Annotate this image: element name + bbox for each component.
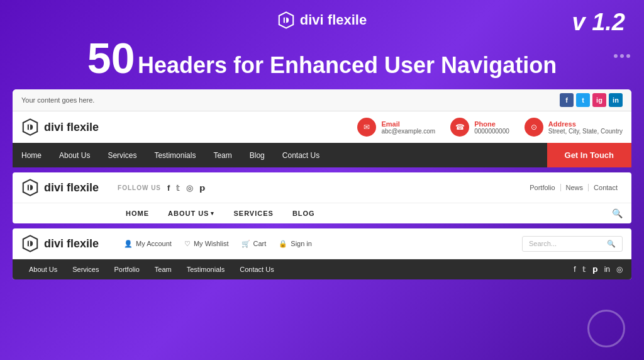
card3-mid-links: 👤 My Account ♡ My Wishlist 🛒 Cart 🔒 Sign… [124,240,312,248]
my-account-link[interactable]: 👤 My Account [124,240,172,248]
nav-services[interactable]: Services [99,143,145,167]
svg-rect-1 [285,18,286,23]
search-icon[interactable]: 🔍 [612,208,623,218]
card3-nav-contact[interactable]: Contact Us [232,259,281,279]
headline-section: 50 Headers for Enhanced User Navigation [0,34,644,89]
contact-link[interactable]: Contact [588,184,623,191]
decorative-circle [587,310,625,347]
nav-blog[interactable]: Blog [241,143,274,167]
follow-facebook-icon[interactable]: f [167,183,170,193]
account-icon: 👤 [124,240,133,248]
card2-nav-blog[interactable]: BLOG [292,207,315,220]
card1-topbar: Your content goes here. f t ig in [13,89,631,111]
nav-team[interactable]: Team [204,143,240,167]
card1-logo: divi flexile [21,118,99,136]
phone-label: Phone [474,120,509,128]
phone-value: 0000000000 [474,128,509,135]
card2-top-right-links: Portfolio News Contact [525,184,623,191]
card3-nav-testimonials[interactable]: Testimonials [179,259,233,279]
header-card-3: divi flexile 👤 My Account ♡ My Wishlist … [13,228,631,279]
brand-logo: divi flexile [277,11,367,29]
nav-contact[interactable]: Contact Us [274,143,328,167]
card2-nav-home[interactable]: HOME [126,207,149,220]
card2-brand-name: divi flexile [44,181,99,194]
address-label: Address [548,120,623,128]
email-icon: ✉ [357,118,376,137]
account-label: My Account [136,240,172,247]
instagram-icon[interactable]: ig [592,93,606,107]
header-card-1: Your content goes here. f t ig in divi f… [13,89,631,167]
search-box[interactable]: Search... 🔍 [522,236,623,252]
twitter-icon[interactable]: t [576,93,590,107]
cart-link[interactable]: 🛒 Cart [242,240,267,248]
facebook-icon[interactable]: f [560,93,574,107]
svg-rect-7 [29,241,30,246]
email-value: abc@example.com [381,128,435,135]
card1-info-bar: divi flexile ✉ Email abc@example.com ☎ P… [13,111,631,143]
search-icon: 🔍 [607,240,616,248]
news-link[interactable]: News [560,184,589,191]
lock-icon: 🔒 [279,240,287,248]
card3-nav-team[interactable]: Team [147,259,179,279]
brand-name: divi flexile [300,12,367,28]
nav-home[interactable]: Home [13,143,50,167]
version-badge: v 1.2 [572,9,625,36]
contact-address: ⊙ Address Street, City, State, Country [525,118,623,137]
nav-testimonials[interactable]: Testimonials [145,143,204,167]
topbar-text: Your content goes here. [21,96,94,104]
card3-nav-services[interactable]: Services [65,259,106,279]
card3-nav-about[interactable]: About Us [21,259,65,279]
card1-logo-icon [21,118,39,136]
cards-area: Your content goes here. f t ig in divi f… [0,89,644,279]
headline-text: Headers for Enhanced User Navigation [138,52,557,78]
my-wishlist-link[interactable]: ♡ My Wishlist [184,240,229,248]
card2-nav-services[interactable]: SERVICES [233,207,273,220]
cart-icon: 🛒 [242,240,250,248]
card3-top: divi flexile 👤 My Account ♡ My Wishlist … [13,228,631,259]
search-placeholder: Search... [529,240,557,247]
headline-number: 50 [87,34,135,82]
card3-bottom-nav: About Us Services Portfolio Team Testimo… [13,259,631,279]
follow-pinterest-icon[interactable]: 𝗽 [199,183,205,193]
card3-twitter-icon[interactable]: 𝕥 [582,265,586,274]
card3-facebook-icon[interactable]: f [574,265,575,274]
follow-instagram-icon[interactable]: ◎ [186,183,193,193]
header-card-2: divi flexile FOLLOW US f 𝕥 ◎ 𝗽 Portfolio… [13,172,631,223]
card3-linkedin-icon[interactable]: in [604,265,610,274]
card2-logo-icon [21,179,39,196]
sign-in-link[interactable]: 🔒 Sign in [279,240,312,248]
address-value: Street, City, State, Country [548,128,623,135]
cart-label: Cart [253,240,267,247]
card1-navbar: Home About Us Services Testimonials Team… [13,143,631,167]
card1-contact-items: ✉ Email abc@example.com ☎ Phone 00000000… [357,118,623,137]
portfolio-link[interactable]: Portfolio [525,184,560,191]
linkedin-icon[interactable]: in [609,93,623,107]
top-header: divi flexile v 1.2 [0,0,644,34]
wishlist-label: My Wishlist [194,240,229,247]
card3-pinterest-icon[interactable]: 𝗽 [592,265,598,274]
svg-rect-3 [29,125,30,130]
nav-about[interactable]: About Us [50,143,99,167]
card3-social-icons: f 𝕥 𝗽 in ◎ [574,265,623,274]
card1-social-icons: f t ig in [560,93,623,107]
card2-bottom-nav: HOME ABOUT US ▾ SERVICES BLOG 🔍 [13,203,631,223]
card2-nav-about[interactable]: ABOUT US ▾ [168,207,214,220]
card1-nav-links: Home About Us Services Testimonials Team… [13,143,328,167]
follow-icons: f 𝕥 ◎ 𝗽 [167,183,205,193]
follow-twitter-icon[interactable]: 𝕥 [176,183,180,193]
card1-brand-name: divi flexile [44,121,99,134]
contact-phone: ☎ Phone 0000000000 [450,118,509,137]
card3-instagram-icon[interactable]: ◎ [616,265,623,274]
card2-top: divi flexile FOLLOW US f 𝕥 ◎ 𝗽 Portfolio… [13,172,631,203]
svg-rect-5 [29,185,30,190]
phone-icon: ☎ [450,118,469,137]
address-icon: ⊙ [525,118,543,137]
card3-nav-portfolio[interactable]: Portfolio [106,259,147,279]
card2-follow: FOLLOW US f 𝕥 ◎ 𝗽 [118,183,205,193]
sign-in-label: Sign in [291,240,312,247]
logo-icon [277,11,295,29]
wishlist-icon: ♡ [184,240,191,248]
email-label: Email [381,120,435,128]
get-in-touch-button[interactable]: Get In Touch [547,143,631,167]
contact-email: ✉ Email abc@example.com [357,118,435,137]
